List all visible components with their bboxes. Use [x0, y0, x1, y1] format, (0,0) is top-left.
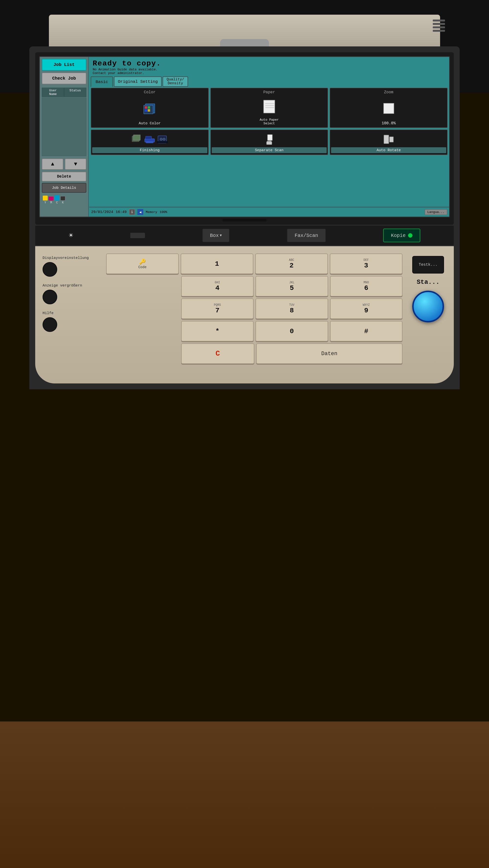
sub-text1: No Animation Guide data available.: [93, 68, 446, 71]
color-icon: [142, 95, 158, 121]
job-list-button[interactable]: Job List: [42, 59, 86, 70]
svg-rect-5: [148, 109, 150, 112]
help-button[interactable]: [42, 317, 57, 332]
sub-text2: Contact your administrator.: [93, 71, 446, 75]
svg-rect-11: [146, 141, 153, 143]
delete-button[interactable]: Delete: [42, 172, 86, 182]
info-icon-2: ◀: [137, 209, 143, 215]
daten-button[interactable]: Daten: [256, 343, 402, 364]
kopie-button[interactable]: Kopie: [383, 228, 420, 242]
tabs-area: Basic Original Setting Quality/Density: [89, 76, 449, 87]
table-header-username: UserName: [42, 88, 64, 97]
zoom-control: Anzeige vergrößern: [42, 284, 99, 304]
key-1[interactable]: 1: [181, 253, 253, 274]
language-button[interactable]: Langua...: [425, 209, 447, 215]
key-3[interactable]: DEF 3: [330, 253, 402, 274]
help-label: Hilfe: [42, 311, 99, 315]
key-5[interactable]: JKL 5: [256, 276, 328, 297]
nav-up-button[interactable]: ▲: [42, 158, 63, 170]
footer-memory-label: Memory: [146, 210, 157, 214]
tab-basic[interactable]: Basic: [91, 76, 113, 87]
auto-rotate-label-bar: Auto Rotate: [331, 147, 446, 153]
svg-rect-2: [145, 106, 147, 109]
svg-rect-4: [145, 109, 147, 112]
tab-quality-density[interactable]: Quality/Density: [163, 76, 188, 87]
code-key[interactable]: 🔑 Code: [106, 253, 179, 274]
svg-rect-21: [390, 137, 394, 142]
zoom-button[interactable]: Zoom 100.0%: [329, 88, 448, 128]
main-content: Ready to copy. No Animation Guide data a…: [89, 57, 449, 217]
control-panel-row: ☀ Box ▼ Fax/Scan Kopie: [35, 226, 454, 245]
paper-button[interactable]: Paper Auto PaperSelect: [210, 88, 328, 128]
keypad-area: Displayvoreinstellung Anzeige vergrößern…: [35, 246, 454, 383]
screen-footer: 29/01/2024 16:49 i ◀ Memory 100%: [89, 207, 449, 217]
svg-rect-8: [134, 135, 140, 140]
footer-date: 29/01/2024: [91, 210, 113, 214]
ink-bar-c: C: [55, 195, 59, 205]
display-setting-button[interactable]: [42, 262, 57, 277]
key-star[interactable]: *: [181, 321, 254, 341]
zoom-icon: [383, 95, 394, 121]
svg-rect-17: [268, 140, 271, 141]
paper-icon: [263, 95, 275, 118]
display-setting-control: Displayvoreinstellung: [42, 256, 99, 277]
ready-to-copy-text: Ready to copy.: [93, 59, 446, 68]
zoom-label: Anzeige vergrößern: [42, 284, 99, 288]
testk-button[interactable]: Testk...: [412, 256, 444, 274]
footer-time: 16:49: [116, 210, 127, 214]
svg-rect-19: [266, 142, 272, 145]
svg-point-14: [163, 138, 165, 141]
svg-rect-16: [267, 134, 272, 141]
ink-bar-m: M: [49, 196, 54, 205]
key-4[interactable]: GHI 4: [181, 276, 254, 297]
nav-down-button[interactable]: ▼: [65, 158, 86, 170]
help-control: Hilfe: [42, 311, 99, 332]
display-label: Displayvoreinstellung: [42, 256, 99, 260]
finishing-icons: [132, 131, 168, 147]
key-9[interactable]: WXYZ 9: [330, 299, 402, 319]
key-hash[interactable]: #: [330, 321, 402, 341]
ink-bar-y: Y: [43, 196, 48, 205]
main-screen: Job List Check Job UserName Status: [39, 56, 450, 217]
separate-scan-label-bar: Separate Scan: [212, 147, 327, 153]
key-clear[interactable]: C: [181, 343, 254, 364]
table-header-status: Status: [64, 88, 86, 97]
finishing-label-bar: Finishing: [92, 147, 207, 153]
auto-rotate-button[interactable]: Auto Rotate: [329, 129, 448, 155]
color-button[interactable]: Color: [91, 88, 209, 128]
svg-rect-20: [384, 135, 389, 144]
check-job-button[interactable]: Check Job: [42, 72, 86, 84]
key-2[interactable]: ABC 2: [255, 253, 328, 274]
svg-rect-3: [148, 106, 150, 109]
key-8[interactable]: TUV 8: [256, 299, 328, 319]
svg-point-13: [160, 138, 162, 141]
brightness-control[interactable]: ☀: [69, 231, 73, 240]
finishing-button[interactable]: Finishing: [91, 129, 209, 155]
key-0[interactable]: 0: [256, 321, 328, 341]
start-button[interactable]: [412, 291, 444, 322]
left-panel: Job List Check Job UserName Status: [40, 57, 89, 217]
box-button[interactable]: Box ▼: [202, 228, 230, 242]
info-icon-1: i: [129, 209, 135, 215]
status-area: Ready to copy. No Animation Guide data a…: [89, 57, 449, 76]
fax-scan-button[interactable]: Fax/Scan: [287, 228, 326, 242]
tab-original-setting[interactable]: Original Setting: [114, 76, 162, 87]
svg-rect-15: [157, 141, 168, 143]
svg-rect-10: [145, 136, 152, 139]
ink-bar-k: K: [60, 196, 65, 205]
ink-levels: Y M C K: [42, 195, 86, 205]
footer-memory-value: 100%: [160, 210, 167, 214]
auto-rotate-icon: [383, 131, 395, 147]
zoom-button-keypad[interactable]: [42, 290, 57, 304]
job-details-button[interactable]: Job Details: [42, 183, 86, 193]
key-6[interactable]: MNO 6: [330, 276, 402, 297]
separate-scan-icon: [263, 131, 275, 147]
job-list-area: [42, 97, 86, 156]
separate-scan-button[interactable]: Separate Scan: [210, 129, 328, 155]
key-7[interactable]: PQRS 7: [181, 299, 254, 319]
start-label: Sta...: [416, 278, 440, 286]
